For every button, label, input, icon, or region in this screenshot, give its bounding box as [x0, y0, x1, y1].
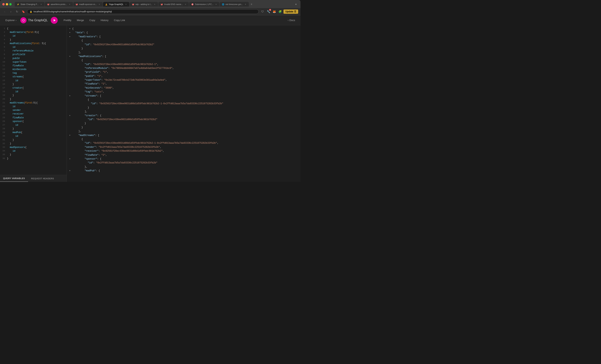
result-line: { [69, 39, 298, 43]
chevron-right-icon: › [16, 19, 16, 22]
query-code-editor[interactable]: 1 { 2 madCreators(first:5){ 3 id 4 } [0, 25, 67, 175]
result-line: "sender": "0x2ffd013aaa7b5a7da93336c2251… [69, 145, 298, 149]
tab-aave[interactable]: 🐙 aave/lens-proto... × [45, 2, 73, 7]
back-button[interactable]: ‹ [2, 9, 7, 14]
history-button[interactable]: History [98, 18, 111, 23]
tab-favicon: 🌐 [222, 3, 224, 6]
address-bar: ‹ › ↻ 🔖 🔒 localhost:8000/subgraphs/name/… [0, 8, 300, 15]
fullscreen-button[interactable] [9, 3, 12, 5]
tab-favicon: 🎯 [191, 3, 194, 6]
query-variables-tab[interactable]: QUERY VARIABLES [0, 175, 28, 182]
result-panel: ▾ { ▾ "data": { ▾ "madCreators": [ { [67, 25, 300, 182]
puzzle-icon[interactable]: 🧩 [278, 9, 282, 14]
result-line: { [69, 98, 298, 102]
result-line: ], [69, 129, 298, 133]
result-line: ▾ "madPublications": [ [69, 55, 298, 58]
graphiql-icon: ⬡ [20, 17, 27, 23]
tab-close-button[interactable]: × [244, 3, 247, 6]
traffic-lights [2, 3, 12, 5]
tab-dropdown-button[interactable]: ▾ [293, 2, 298, 7]
code-line-23: 23 sender [0, 108, 67, 112]
tab-favicon: 🐙 [47, 3, 50, 6]
result-line: "superToken": "0x2dc72cea8780cb272db76d3… [69, 78, 298, 82]
graphiql-logo: ⬡ The GraphiQL [20, 17, 48, 23]
profiles-icon[interactable]: 🦊 [272, 9, 277, 14]
code-line-11: 11 flowRate [0, 64, 67, 68]
tab-submission[interactable]: 🎯 Submission | LFC... × [189, 2, 219, 7]
reload-button[interactable]: ↻ [15, 9, 19, 14]
code-line-1: 1 { [0, 27, 67, 30]
result-line: "id": "0x92561f28ec438ee9831d00d1d59fbdc… [69, 102, 298, 105]
result-line: ▾ { [69, 27, 298, 31]
tab-favicon: 🧘 [105, 3, 108, 6]
tab-favicon: ⚡ [17, 3, 19, 6]
copy-button[interactable]: Copy [87, 18, 98, 23]
url-text: localhost:8000/subgraphs/name/imthatcarl… [33, 10, 112, 13]
tab-label: State Changing F... [20, 3, 39, 5]
code-line-31: 31 } [0, 138, 67, 142]
code-line-10: 10 superToken [0, 60, 67, 64]
result-line: ], [69, 110, 298, 114]
result-line: ▾ "madPub": { [69, 169, 298, 173]
result-line: "tag": "cats", [69, 90, 298, 94]
code-line-8: 8 profileId [0, 53, 67, 57]
result-line: "receiver": "0x92561f28ec438ee9831d00d1d… [69, 149, 298, 153]
browser-tabs: ⚡ State Changing F... × 🐙 aave/lens-prot… [15, 2, 292, 7]
result-line: "id": "0x92561f28ec438ee9831d00d1d59fbdc… [69, 62, 298, 66]
code-line-4: 4 } [0, 38, 67, 42]
explorer-button[interactable]: Explorer › [3, 18, 19, 23]
docs-button[interactable]: ‹ Docs [285, 18, 297, 23]
tab-close-button[interactable]: × [215, 3, 217, 6]
minimize-button[interactable] [6, 3, 8, 5]
execute-query-button[interactable] [51, 17, 58, 24]
tab-state-changing[interactable]: ⚡ State Changing F... × [15, 2, 45, 7]
tab-est-timezone[interactable]: 🌐 est timezone gm... × [220, 2, 249, 7]
copy-link-button[interactable]: Copy Link [111, 18, 128, 23]
result-line: ], [69, 50, 298, 54]
tab-close-button[interactable]: × [98, 3, 101, 6]
result-line: } [69, 125, 298, 129]
result-line: "flowRate": "2", [69, 153, 298, 157]
tab-close-button[interactable]: × [40, 3, 43, 6]
update-button[interactable]: Update ☰ [283, 10, 298, 14]
code-line-15: 15 id [0, 79, 67, 83]
code-line-13: 13 tag [0, 71, 67, 75]
tab-favicon: 🐙 [160, 3, 163, 6]
extensions-icon[interactable]: 🔧 1 [266, 9, 271, 14]
query-editor[interactable]: 1 { 2 madCreators(first:5){ 3 id 4 } [0, 25, 67, 182]
code-line-12: 12 minSeconds [0, 68, 67, 71]
url-input[interactable]: 🔒 localhost:8000/subgraphs/name/imthatca… [27, 9, 259, 14]
tab-close-button[interactable]: × [153, 3, 156, 6]
code-line-35: 35 } [0, 153, 67, 157]
result-line: } [69, 47, 298, 50]
prettify-button[interactable]: Prettify [61, 18, 74, 23]
query-bottom-bar: QUERY VARIABLES REQUEST HEADERS [0, 175, 67, 182]
code-line-21: 21 madStreams(first:5){ [0, 101, 67, 105]
code-line-27: 27 id [0, 123, 67, 127]
close-button[interactable] [2, 3, 5, 5]
tab-close-button[interactable]: × [68, 3, 71, 6]
tab-close-button[interactable]: × [125, 3, 127, 6]
tab-controls: ▾ [293, 2, 298, 7]
merge-button[interactable]: Merge [74, 18, 87, 23]
result-content[interactable]: ▾ { ▾ "data": { ▾ "madCreators": [ { [67, 25, 300, 182]
code-line-22: 22 id [0, 105, 67, 108]
tab-invalid-ens[interactable]: 🐙 Invalid ENS name... × [158, 2, 189, 7]
tab-wip[interactable]: 🐙 wip - adding to l... × [130, 2, 158, 7]
bookmark-button[interactable]: 🔖 [21, 9, 26, 14]
tab-yoga-graphiql[interactable]: 🧘 Yoga GraphiQL × [103, 2, 129, 7]
tab-close-button[interactable]: × [184, 3, 187, 6]
result-line: } [69, 122, 298, 125]
shield-icon[interactable]: 🛡 [260, 9, 265, 14]
result-line: { [69, 58, 298, 62]
code-line-24: 24 receiver [0, 112, 67, 116]
browser-toolbar-right: 🛡 🔧 1 🦊 🧩 Update ☰ [260, 9, 298, 14]
tab-label: Invalid ENS name... [164, 3, 183, 5]
code-line-14: 14 streams{ [0, 75, 67, 79]
request-headers-tab[interactable]: REQUEST HEADERS [28, 175, 57, 182]
result-line: "minSeconds": "3600", [69, 86, 298, 90]
result-line: "id": "0x92561f28ec438ee9831d00d1d59fbdc… [69, 118, 298, 122]
forward-button[interactable]: › [9, 9, 13, 14]
new-tab-button[interactable]: + [249, 2, 254, 7]
tab-madfi-sponsor[interactable]: 🐙 madfi-sponsor-m... × [73, 2, 103, 7]
